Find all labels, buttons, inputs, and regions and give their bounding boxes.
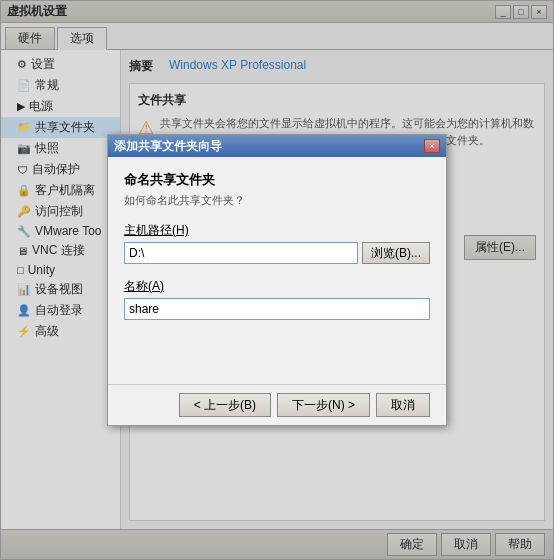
dialog-title-bar: 添加共享文件夹向导 × <box>108 135 446 157</box>
prev-button[interactable]: < 上一步(B) <box>179 393 271 417</box>
dialog-spacer <box>124 334 430 374</box>
dialog-close-button[interactable]: × <box>424 139 440 153</box>
dialog-body: 命名共享文件夹 如何命名此共享文件夹？ 主机路径(H) 浏览(B)... 名称(… <box>108 157 446 384</box>
name-label: 名称(A) <box>124 278 430 295</box>
host-path-label: 主机路径(H) <box>124 222 430 239</box>
dialog-footer: < 上一步(B) 下一步(N) > 取消 <box>108 384 446 425</box>
dialog-heading: 命名共享文件夹 <box>124 171 430 189</box>
dialog-overlay: 添加共享文件夹向导 × 命名共享文件夹 如何命名此共享文件夹？ 主机路径(H) … <box>0 0 554 560</box>
dialog-cancel-button[interactable]: 取消 <box>376 393 430 417</box>
next-button[interactable]: 下一步(N) > <box>277 393 370 417</box>
dialog-title: 添加共享文件夹向导 <box>114 138 222 155</box>
add-shared-folder-dialog: 添加共享文件夹向导 × 命名共享文件夹 如何命名此共享文件夹？ 主机路径(H) … <box>107 134 447 426</box>
dialog-subtext: 如何命名此共享文件夹？ <box>124 193 430 208</box>
browse-button[interactable]: 浏览(B)... <box>362 242 430 264</box>
name-input[interactable] <box>124 298 430 320</box>
host-path-input[interactable] <box>124 242 358 264</box>
host-path-row: 浏览(B)... <box>124 242 430 264</box>
